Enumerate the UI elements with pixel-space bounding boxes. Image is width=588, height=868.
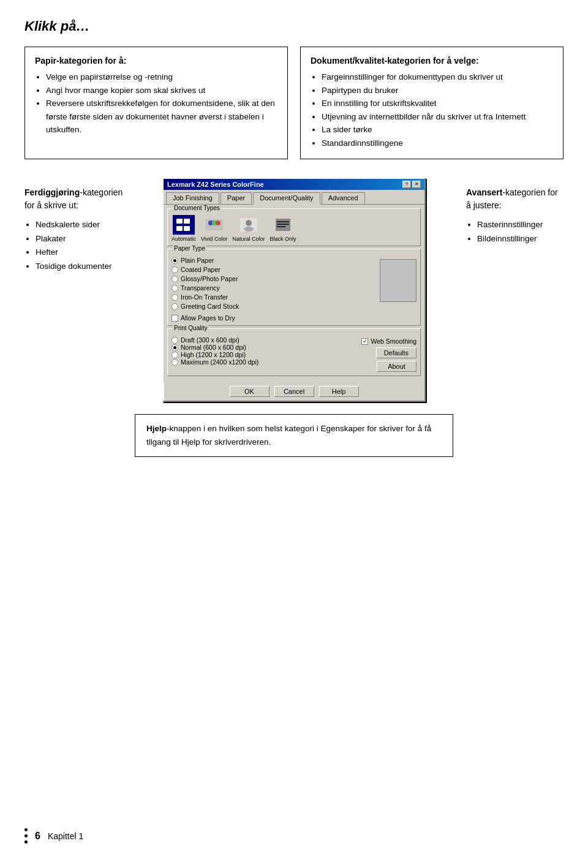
radio-plain-paper[interactable]: Plain Paper (172, 257, 376, 264)
vivid-color-icon (203, 215, 225, 235)
dialog-footer: OK Cancel Help (164, 382, 424, 401)
svg-rect-2 (176, 226, 183, 231)
radio-high[interactable]: High (1200 x 1200 dpi) (172, 351, 358, 358)
bottom-help-section: Hjelp-knappen i en hvilken som helst kat… (24, 414, 564, 456)
papir-info-box: Papir-kategorien for å: Velge en papirst… (24, 47, 288, 159)
plain-paper-radio[interactable] (172, 257, 178, 264)
dialog-titlebar: Lexmark Z42 Series ColorFine ? ✕ (164, 179, 424, 190)
tab-advanced[interactable]: Advanced (322, 192, 365, 204)
maximum-radio[interactable] (172, 359, 178, 366)
allow-pages-dry-label: Allow Pages to Dry (181, 314, 235, 322)
tab-job-finishing[interactable]: Job Finishing (166, 192, 219, 204)
avansert-items: Rasterinnstillinger Bildeinnstillinger (466, 218, 564, 246)
document-types-section: Document Types (167, 208, 421, 247)
tab-document-quality[interactable]: Document/Quality (253, 192, 320, 205)
dokument-kvalitet-box-title: Dokument/kvalitet-kategorien for å velge… (311, 56, 553, 66)
list-item: Nedskalerte sider (36, 218, 126, 232)
footer-dot-3 (24, 840, 28, 843)
paper-type-radio-list: Plain Paper Coated Paper Glossy/Photo Pa… (172, 257, 376, 322)
list-item: Hefter (36, 246, 126, 260)
dialog-title: Lexmark Z42 Series ColorFine (167, 181, 264, 188)
web-smoothing-row: Web Smoothing (361, 338, 417, 345)
normal-label: Normal (600 x 600 dpi) (181, 344, 246, 351)
list-item: Angi hvor mange kopier som skal skrives … (46, 84, 277, 97)
paper-type-section: Paper Type Plain Paper Coated Paper (167, 249, 421, 326)
transparency-label: Transparency (181, 284, 220, 292)
coated-paper-radio[interactable] (172, 266, 178, 273)
help-button[interactable]: Help (319, 386, 359, 397)
ferdiggjoring-title: Ferdiggjøring-kategorien for å skrive ut… (24, 186, 126, 212)
help-info-box: Hjelp-knappen i en hvilken som helst kat… (135, 414, 453, 456)
automatic-icon (173, 215, 195, 235)
radio-glossy-photo[interactable]: Glossy/Photo Paper (172, 275, 376, 282)
help-rest-text: -knappen i en hvilken som helst kategori… (146, 424, 431, 447)
svg-point-10 (244, 227, 254, 232)
svg-rect-3 (184, 226, 190, 231)
paper-preview-box (380, 259, 417, 302)
list-item: Rasterinnstillinger (477, 218, 564, 232)
list-item: Velge en papirstørrelse og -retning (46, 70, 277, 84)
defaults-button[interactable]: Defaults (376, 347, 417, 358)
allow-pages-dry-checkbox[interactable] (172, 315, 178, 322)
web-smoothing-checkbox[interactable] (361, 338, 368, 345)
radio-draft[interactable]: Draft (300 x 600 dpi) (172, 336, 358, 344)
list-item: Tosidige dokumenter (36, 260, 126, 274)
svg-point-9 (246, 220, 252, 226)
transparency-radio[interactable] (172, 285, 178, 292)
dialog-tabs: Job Finishing Paper Document/Quality Adv… (164, 190, 424, 204)
radio-maximum[interactable]: Maximum (2400 x1200 dpi) (172, 358, 358, 366)
glossy-photo-radio[interactable] (172, 276, 178, 282)
radio-normal[interactable]: Normal (600 x 600 dpi) (172, 344, 358, 351)
vivid-color-label: Vivid Color (201, 236, 227, 243)
about-button[interactable]: About (377, 361, 417, 372)
help-bold-text: Hjelp (146, 424, 167, 433)
avansert-panel: Avansert-kategorien for å justere: Raste… (456, 178, 564, 402)
close-titlebar-button[interactable]: ✕ (412, 181, 421, 188)
svg-rect-11 (276, 219, 290, 231)
page-footer: 6 Kapittel 1 (24, 828, 83, 843)
avansert-title: Avansert-kategorien for å justere: (466, 186, 564, 212)
allow-pages-dry-row[interactable]: Allow Pages to Dry (172, 314, 376, 322)
doc-type-natural-color[interactable]: Natural Color (232, 215, 265, 243)
maximum-label: Maximum (2400 x1200 dpi) (181, 358, 258, 366)
papir-items-list: Velge en papirstørrelse og -retning Angi… (35, 70, 277, 137)
glossy-photo-label: Glossy/Photo Paper (181, 275, 238, 282)
radio-greeting-card[interactable]: Greeting Card Stock (172, 303, 376, 310)
list-item: La sider tørke (322, 123, 553, 137)
print-quality-section: Print Quality Draft (300 x 600 dpi) Norm… (167, 328, 421, 376)
doc-type-automatic[interactable]: Automatic (172, 215, 196, 243)
web-smoothing-label: Web Smoothing (371, 338, 417, 345)
print-quality-body: Draft (300 x 600 dpi) Normal (600 x 600 … (172, 331, 417, 372)
doc-type-vivid-color[interactable]: Vivid Color (201, 215, 227, 243)
list-item: En innstilling for utskriftskvalitet (322, 97, 553, 110)
iron-on-radio[interactable] (172, 294, 178, 301)
draft-label: Draft (300 x 600 dpi) (181, 336, 239, 344)
list-item: Standardinnstillingene (322, 137, 553, 150)
help-titlebar-button[interactable]: ? (402, 181, 411, 188)
svg-rect-0 (176, 219, 183, 224)
iron-on-label: Iron-On Transfer (181, 293, 228, 301)
list-item: Reversere utskriftsrekkefølgen for dokum… (46, 97, 277, 137)
cancel-button[interactable]: Cancel (274, 386, 314, 397)
normal-radio[interactable] (172, 344, 178, 351)
titlebar-controls[interactable]: ? ✕ (402, 181, 421, 188)
svg-rect-1 (184, 219, 190, 224)
document-types-label: Document Types (173, 205, 221, 211)
footer-dot-2 (24, 834, 28, 837)
natural-color-icon (238, 215, 260, 235)
draft-radio[interactable] (172, 337, 178, 344)
list-item: Plakater (36, 232, 126, 246)
radio-coated-paper[interactable]: Coated Paper (172, 266, 376, 273)
printer-dialog: Lexmark Z42 Series ColorFine ? ✕ Job Fin… (162, 178, 426, 402)
radio-iron-on[interactable]: Iron-On Transfer (172, 293, 376, 301)
list-item: Fargeinnstillinger for dokumenttypen du … (322, 70, 553, 84)
tab-paper[interactable]: Paper (221, 192, 252, 204)
ok-button[interactable]: OK (230, 386, 270, 397)
footer-dot-1 (24, 828, 28, 831)
high-radio[interactable] (172, 352, 178, 358)
doc-type-black-only[interactable]: Black Only (270, 215, 296, 243)
radio-transparency[interactable]: Transparency (172, 284, 376, 292)
list-item: Papirtypen du bruker (322, 84, 553, 97)
greeting-card-radio[interactable] (172, 303, 178, 310)
black-only-icon (272, 215, 294, 235)
